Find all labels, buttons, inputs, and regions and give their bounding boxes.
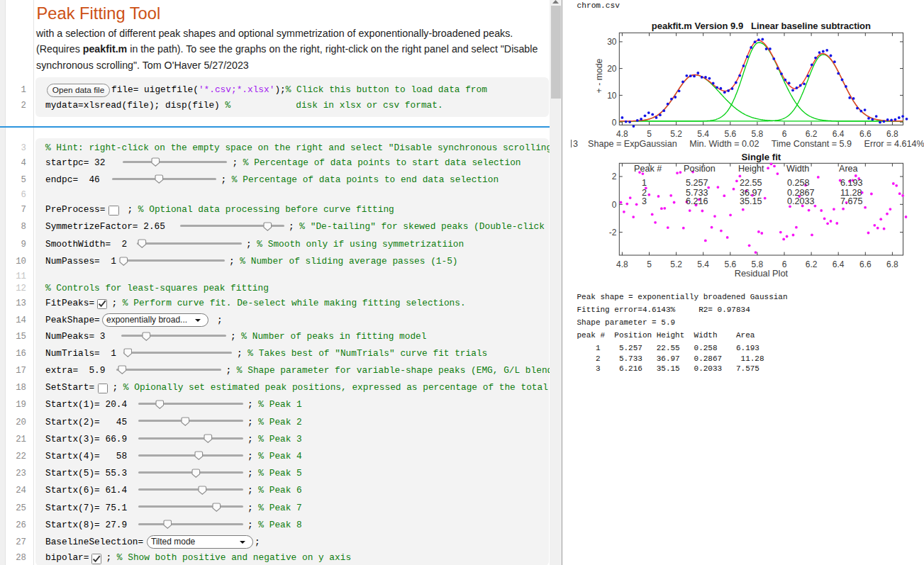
svg-text:Area: Area (839, 164, 858, 174)
svg-text:-2: -2 (609, 228, 617, 237)
svg-text:1: 1 (642, 178, 647, 188)
svg-text:0: 0 (612, 118, 617, 128)
svg-text:+ - mode: + - mode (594, 58, 604, 93)
svg-text:3: 3 (642, 196, 647, 206)
svg-text:2: 2 (612, 172, 617, 181)
svg-text:5.6: 5.6 (724, 129, 736, 139)
svg-text:6.2: 6.2 (806, 129, 818, 139)
svg-text:Height: Height (738, 164, 764, 174)
svg-text:0: 0 (612, 200, 617, 210)
svg-text:5.4: 5.4 (697, 259, 709, 269)
svg-text:4.8: 4.8 (616, 129, 628, 139)
svg-text:6.8: 6.8 (886, 129, 898, 139)
svg-text:Residual Plot: Residual Plot (735, 268, 789, 279)
svg-text:0.258: 0.258 (787, 178, 810, 188)
svg-text:peakfit.m Version 9.9 Linear: peakfit.m Version 9.9 Linear baseline su… (652, 21, 871, 31)
svg-text:6.4: 6.4 (833, 129, 845, 139)
svg-text:10: 10 (607, 91, 617, 101)
svg-text:Width: Width (786, 164, 809, 174)
svg-text:5: 5 (647, 259, 652, 269)
svg-text:Peak #: Peak # (634, 164, 662, 174)
svg-text:6.193: 6.193 (840, 178, 863, 188)
svg-text:5.257: 5.257 (686, 178, 708, 188)
svg-text:5.2: 5.2 (670, 259, 682, 269)
svg-text:6.8: 6.8 (886, 259, 898, 269)
svg-text:6.6: 6.6 (859, 259, 872, 269)
svg-text:6.2: 6.2 (806, 259, 818, 269)
svg-text:35.15: 35.15 (740, 196, 762, 206)
svg-text:4.8: 4.8 (616, 259, 628, 269)
svg-text:5.8: 5.8 (752, 129, 764, 139)
svg-text:6: 6 (782, 129, 787, 139)
svg-text:20: 20 (607, 64, 617, 74)
svg-text:7.675: 7.675 (840, 196, 863, 206)
svg-text:5.2: 5.2 (670, 129, 682, 139)
svg-text:6.4: 6.4 (833, 259, 845, 269)
svg-text:6.6: 6.6 (859, 129, 872, 139)
svg-text:Single fit: Single fit (742, 152, 781, 162)
svg-text:30: 30 (607, 37, 617, 47)
svg-text:3 Shape = ExpGaussian M: 3 Shape = ExpGaussian Min. Width = 0.02 … (573, 139, 924, 149)
svg-text:22.55: 22.55 (740, 178, 762, 188)
svg-text:5.4: 5.4 (697, 129, 709, 139)
svg-text:Position: Position (684, 164, 716, 174)
svg-text:6.216: 6.216 (686, 196, 708, 206)
svg-text:5: 5 (647, 129, 652, 139)
svg-text:0.2033: 0.2033 (787, 196, 815, 206)
